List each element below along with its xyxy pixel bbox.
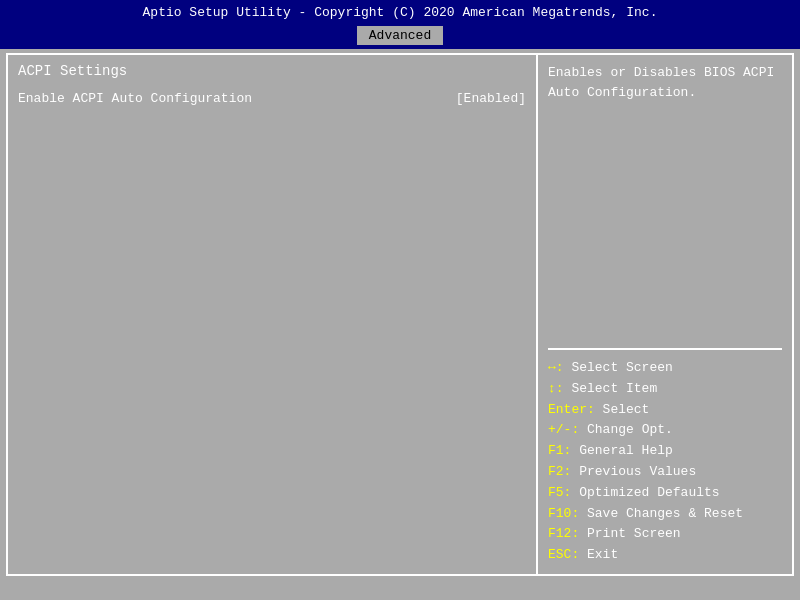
key-highlight: F10: (548, 506, 579, 521)
key-highlight: Enter: (548, 402, 595, 417)
key-desc: Previous Values (571, 464, 696, 479)
key-desc: Optimized Defaults (571, 485, 719, 500)
main-content: ACPI Settings Enable ACPI Auto Configura… (6, 53, 794, 576)
key-row: ↔: Select Screen (548, 358, 782, 379)
key-desc: Print Screen (579, 526, 680, 541)
section-title: ACPI Settings (18, 63, 526, 79)
key-desc: Select (595, 402, 650, 417)
key-desc: Exit (579, 547, 618, 562)
key-highlight: F2: (548, 464, 571, 479)
key-row: F2: Previous Values (548, 462, 782, 483)
setting-value-acpi: [Enabled] (456, 91, 526, 106)
key-highlight: ESC: (548, 547, 579, 562)
key-desc: Select Item (564, 381, 658, 396)
status-bar (0, 580, 800, 600)
key-desc: General Help (571, 443, 672, 458)
setting-label-acpi: Enable ACPI Auto Configuration (18, 91, 448, 106)
key-highlight: +/-: (548, 422, 579, 437)
help-text: Enables or Disables BIOS ACPI Auto Confi… (548, 63, 782, 350)
key-desc: Change Opt. (579, 422, 673, 437)
tab-advanced[interactable]: Advanced (357, 26, 443, 45)
key-highlight: F12: (548, 526, 579, 541)
setting-row-acpi[interactable]: Enable ACPI Auto Configuration [Enabled] (18, 91, 526, 106)
title-bar: Aptio Setup Utility - Copyright (C) 2020… (0, 0, 800, 26)
left-panel: ACPI Settings Enable ACPI Auto Configura… (8, 55, 538, 574)
key-highlight: ↔: (548, 360, 564, 375)
key-row: ↕: Select Item (548, 379, 782, 400)
key-row: F1: General Help (548, 441, 782, 462)
key-desc: Save Changes & Reset (579, 506, 743, 521)
key-row: F12: Print Screen (548, 524, 782, 545)
key-highlight: F5: (548, 485, 571, 500)
key-row: F10: Save Changes & Reset (548, 504, 782, 525)
key-row: ESC: Exit (548, 545, 782, 566)
tab-bar: Advanced (0, 26, 800, 49)
key-row: +/-: Change Opt. (548, 420, 782, 441)
key-row: Enter: Select (548, 400, 782, 421)
key-highlight: F1: (548, 443, 571, 458)
right-panel: Enables or Disables BIOS ACPI Auto Confi… (538, 55, 792, 574)
key-legend: ↔: Select Screen↕: Select ItemEnter: Sel… (548, 358, 782, 566)
key-row: F5: Optimized Defaults (548, 483, 782, 504)
key-highlight: ↕: (548, 381, 564, 396)
key-desc: Select Screen (564, 360, 673, 375)
